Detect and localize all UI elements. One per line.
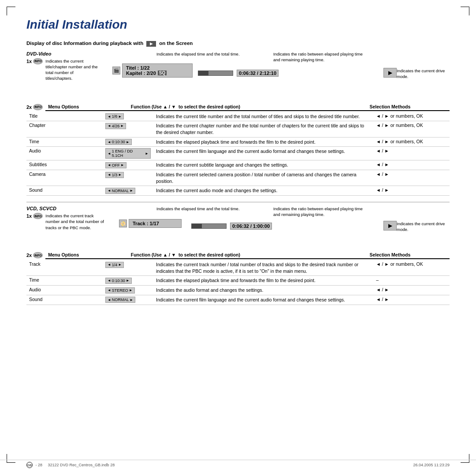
dvd-menu-display: ◄ 1/3 ► — [103, 170, 153, 186]
osd-title-line: Titel : 1/22 — [126, 65, 189, 71]
osd-content: Titel : 1/22 Kapitel : 2/20 SQ — [122, 63, 193, 78]
dvd-col2-header: Function (Use ▲ / ▼ to select the desire… — [128, 103, 367, 111]
dvd-menu-display: ◄ OFF ► — [103, 160, 153, 170]
vcd-progress-bar — [191, 223, 227, 229]
corner-mark-tr — [461, 7, 469, 15]
vcd-drive-annotation: Indicates the current drive mode. — [397, 221, 450, 233]
dvd-drive-annotation: Indicates the current drive mode. — [397, 68, 450, 80]
osd-chapter-line: Kapitel : 2/20 SQ — [126, 71, 189, 76]
vcd-elapsed-annotation: Indicates the elapsed time and the total… — [156, 206, 240, 212]
vcd-menu-row: Audio ◄ STEREO ► Indicates the audio for… — [26, 286, 450, 295]
dvd-menu-function: Indicates the current subtitle language … — [153, 160, 373, 170]
dvd-progress-bar — [198, 71, 233, 76]
vcd-menu-option: Track — [26, 260, 103, 276]
dvd-col3-header: Selection Methods — [367, 103, 450, 111]
corner-mark-tl — [7, 7, 15, 15]
dvd-menu-selection: ◄ / ► or numbers, OK — [373, 121, 450, 137]
dvd-menu-selection: ◄ / ► or numbers, OK — [373, 112, 450, 121]
osd-icon: 🎬 — [112, 67, 120, 74]
dvd-menu-row: Sound ◄ NORMAL ► Indicates the current a… — [26, 186, 450, 196]
dvd-menu-option: Chapter — [26, 121, 103, 137]
play-icon: ▶ — [146, 41, 156, 47]
vcd-menu-display: ◄ 0:10:30 ► — [103, 276, 153, 286]
vcd-menu-display: ◄ NORMAL ► — [103, 295, 153, 305]
dvd-2x-row: 2x INFO Menu Options Function (Use ▲ / ▼… — [26, 103, 450, 111]
dvd-menu-option: Camera — [26, 170, 103, 186]
vcd-menu-selection: ◄ / ► — [373, 295, 450, 305]
dvd-col1-header: Menu Options — [45, 103, 128, 111]
dvd-ratio-annotation: Indicates the ratio between elapsed play… — [273, 51, 366, 63]
dvd-menu-section: 2x INFO Menu Options Function (Use ▲ / ▼… — [26, 103, 450, 196]
dvd-menu-display: ◄ 0:10:30 ► — [103, 137, 153, 147]
vcd-menu-section: 2x INFO Menu Options Function (Use ▲ / ▼… — [26, 251, 450, 305]
section-divider — [26, 202, 450, 202]
dvd-menu-option: Audio — [26, 147, 103, 160]
display-header-text2: on the Screen — [159, 41, 193, 46]
vcd-1x-group: 1x INFO Indicates the current track numb… — [26, 213, 110, 231]
dvd-menu-function: Indicates the current chapter number and… — [153, 121, 373, 137]
dvd-menu-row: Audio ◄ 1 ENG / DD 5.1CH ► Indicates the… — [26, 147, 450, 160]
dvd-menu-row: Time ◄ 0:10:30 ► Indicates the elapsed p… — [26, 137, 450, 147]
vcd-menu-option: Audio — [26, 286, 103, 295]
vcd-menu-row: Sound ◄ NORMAL ► Indicates the current f… — [26, 295, 450, 305]
dvd-menu-selection: ◄ / ► — [373, 147, 450, 160]
vcd-menu-selection: – — [373, 276, 450, 286]
dvd-menu-function: Indicates the elapsed playback time and … — [153, 137, 373, 147]
dvd-play-btn: ▶ — [383, 68, 397, 78]
dvd-1x-badge: 1x INFO — [26, 58, 43, 64]
vcd-menu-table: Track ◄ 1/4 ► Indicates the current trac… — [26, 260, 450, 305]
info-badge-vcd-1x: INFO — [33, 213, 43, 219]
vcd-1x-annotation: Indicates the current track number and t… — [45, 213, 107, 231]
dvd-menu-row: Camera ◄ 1/3 ► Indicates the current sel… — [26, 170, 450, 186]
vcd-menu-option: Sound — [26, 295, 103, 305]
dvd-menu-function: Indicates the current audio mode and cha… — [153, 186, 373, 196]
sq-badge: SQ — [158, 71, 167, 75]
display-header-text: Display of disc Information during playb… — [26, 41, 143, 46]
vcd-menu-display: ◄ 1/4 ► — [103, 260, 153, 276]
dvd-diagram: DVD-Video 1x INFO Indicates the current … — [26, 51, 450, 100]
vcd-menu-selection: ◄ / ► — [373, 286, 450, 295]
dvd-menu-row: Subtitles ◄ OFF ► Indicates the current … — [26, 160, 450, 170]
display-header-row: Display of disc Information during playb… — [26, 41, 450, 47]
vcd-play-icon: ▶ — [383, 221, 397, 231]
vcd-menu-header-table: Menu Options Function (Use ▲ / ▼ to sele… — [45, 251, 450, 259]
dvd-menu-option: Sound — [26, 186, 103, 196]
dvd-progress-fill — [198, 71, 208, 75]
info-badge-dvd-1x: INFO — [33, 58, 43, 64]
dvd-1x-group: 1x INFO Indicates the current title/chap… — [26, 58, 101, 82]
vcd-menu-row: Time ◄ 0:10:30 ► Indicates the elapsed p… — [26, 276, 450, 286]
vcd-track-line: Track : 1/17 — [133, 221, 178, 226]
vcd-menu-selection: ◄ / ► or numbers, OK — [373, 260, 450, 276]
dvd-menu-function: Indicates the current selected camera po… — [153, 170, 373, 186]
vcd-label: VCD, SCVCD — [26, 206, 56, 211]
page-title: Initial Installation — [26, 18, 450, 32]
dvd-menu-selection: ◄ / ► — [373, 160, 450, 170]
vcd-play-btn: ▶ — [383, 221, 397, 231]
vcd-2x-badge: 2x INFO — [26, 252, 43, 258]
vcd-menu-function: Indicates the current track number / tot… — [153, 260, 373, 276]
vcd-diagram: VCD, SCVCD 1x INFO Indicates the current… — [26, 206, 450, 248]
vcd-menu-function: Indicates the elapsed playback time and … — [153, 276, 373, 286]
vcd-osd-content: Track : 1/17 — [129, 219, 182, 228]
vcd-progress-time: 0:06:32 / 1:00:00 — [190, 223, 272, 230]
vcd-2x-row: 2x INFO Menu Options Function (Use ▲ / ▼… — [26, 251, 450, 259]
dvd-menu-option: Title — [26, 112, 103, 121]
vcd-menu-row: Track ◄ 1/4 ► Indicates the current trac… — [26, 260, 450, 276]
page: Initial Installation Display of disc Inf… — [0, 0, 476, 476]
vcd-osd-icon: 📀 — [119, 219, 127, 227]
vcd-col2-header: Function (Use ▲ / ▼ to select the desire… — [128, 251, 367, 259]
dvd-menu-header-table: Menu Options Function (Use ▲ / ▼ to sele… — [45, 103, 450, 111]
dvd-elapsed-annotation: Indicates the elapsed time and the total… — [156, 51, 240, 57]
dvd-osd-box: 🎬 Titel : 1/22 Kapitel : 2/20 SQ — [112, 63, 193, 78]
dvd-label: DVD-Video — [26, 51, 51, 56]
dvd-menu-selection: ◄ / ► — [373, 170, 450, 186]
dvd-menu-option: Time — [26, 137, 103, 147]
vcd-time-display: 0:06:32 / 1:00:00 — [230, 223, 272, 230]
vcd-osd-box: 📀 Track : 1/17 — [119, 219, 182, 228]
dvd-menu-row: Title ◄ 1/6 ► Indicates the current titl… — [26, 112, 450, 121]
dvd-menu-selection: ◄ / ► — [373, 186, 450, 196]
vcd-progress-fill — [192, 224, 202, 228]
dvd-1x-annotation: Indicates the current title/chapter numb… — [45, 58, 101, 82]
dvd-2x-badge: 2x INFO — [26, 104, 43, 110]
footer-right: 26.04.2005 11:23:29 — [413, 463, 450, 467]
